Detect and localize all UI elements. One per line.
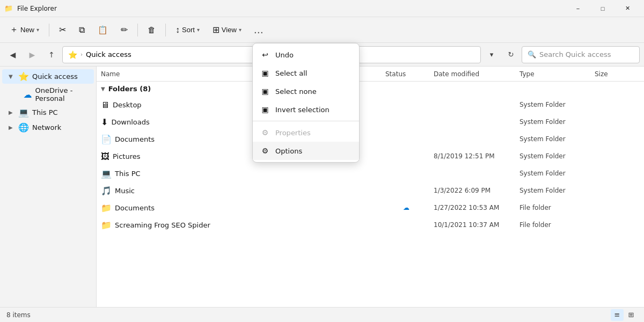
toolbar-separator-1 [49, 24, 49, 36]
menu-item-options[interactable]: ⚙ Options [253, 142, 359, 160]
back-button[interactable]: ◀ [4, 46, 21, 63]
file-name: Music [115, 187, 135, 195]
sidebar-item-quick-access[interactable]: ▼ ⭐ Quick access [2, 69, 94, 84]
folders-section-header[interactable]: ▼ Folders (8) [97, 82, 644, 96]
table-row[interactable]: 🖥 Desktop System Folder [97, 96, 644, 113]
file-type-cell: File folder [515, 216, 590, 233]
sidebar-item-this-pc[interactable]: ▶ 💻 This PC [2, 105, 94, 120]
new-label: New [20, 26, 34, 34]
refresh-button[interactable]: ↻ [502, 46, 519, 63]
table-row[interactable]: 📄 Documents System Folder [97, 130, 644, 148]
file-status-cell [381, 165, 429, 182]
rename-button[interactable]: ✏ [115, 20, 133, 40]
file-name: Downloads [111, 118, 149, 126]
up-button[interactable]: ↑ [43, 46, 60, 63]
cloud-sync-icon: ☁ [403, 204, 409, 211]
cut-button[interactable]: ✂ [54, 20, 71, 40]
menu-item-undo[interactable]: ↩ Undo [253, 46, 359, 64]
sidebar-label-network: Network [32, 123, 61, 131]
menu-label-undo: Undo [275, 51, 294, 59]
quick-access-icon: ⭐ [18, 71, 29, 82]
menu-separator [253, 121, 359, 121]
file-list: 🖥 Desktop System Folder ⬇ Downloads Syst… [97, 96, 644, 233]
menu-label-properties: Properties [275, 129, 311, 137]
copy-button[interactable]: ⧉ [74, 20, 90, 40]
file-status-cell [381, 182, 429, 199]
expand-arrow-this-pc: ▶ [9, 109, 15, 115]
table-row[interactable]: 🖼 Pictures 8/1/2019 12:51 PM System Fold… [97, 148, 644, 165]
file-status-cell [381, 148, 429, 165]
menu-item-invert-selection[interactable]: ▣ Invert selection [253, 100, 359, 119]
path-text: Quick access [86, 50, 131, 58]
address-dropdown-button[interactable]: ▾ [483, 46, 500, 63]
sidebar: ▼ ⭐ Quick access ☁ OneDrive - Personal ▶… [0, 67, 97, 307]
file-date-cell: 1/27/2022 10:53 AM [429, 199, 515, 216]
file-icon: 💻 [101, 169, 112, 179]
path-chevron-icon: › [80, 52, 83, 57]
view-list-button[interactable]: ≡ [611, 309, 624, 321]
menu-item-properties: ⚙ Properties [253, 123, 359, 142]
file-type-cell: System Folder [515, 165, 590, 182]
file-type-cell: System Folder [515, 113, 590, 130]
minimize-button[interactable]: − [566, 0, 590, 17]
file-name: Documents [115, 135, 155, 143]
menu-icon-options: ⚙ [260, 146, 270, 156]
file-date-cell [429, 96, 515, 113]
col-header-date[interactable]: Date modified [429, 67, 515, 81]
search-box[interactable]: 🔍 Search Quick access [522, 46, 640, 63]
status-bar: 8 items ≡ ⊞ [0, 307, 644, 322]
sidebar-item-network[interactable]: ▶ 🌐 Network [2, 120, 94, 135]
view-button[interactable]: ⊞ View ▾ [207, 20, 247, 40]
table-row[interactable]: 🎵 Music 1/3/2022 6:09 PM System Folder [97, 182, 644, 199]
file-type-cell: File folder [515, 199, 590, 216]
menu-item-select-none[interactable]: ▣ Select none [253, 82, 359, 100]
col-header-status[interactable]: Status [381, 67, 429, 81]
toolbar-separator-2 [137, 24, 138, 36]
menu-item-select-all[interactable]: ▣ Select all [253, 64, 359, 82]
new-icon: ＋ [10, 24, 18, 35]
forward-button[interactable]: ▶ [24, 46, 41, 63]
menu-label-select-none: Select none [275, 87, 317, 96]
table-row[interactable]: ⬇ Downloads System Folder [97, 113, 644, 130]
view-icon: ⊞ [213, 25, 219, 35]
col-header-size[interactable]: Size [590, 67, 644, 81]
table-row[interactable]: 💻 This PC System Folder [97, 165, 644, 182]
paste-button[interactable]: 📋 [92, 20, 113, 40]
view-label: View [222, 26, 237, 34]
view-list-icon: ≡ [614, 311, 620, 319]
new-dropdown-icon: ▾ [36, 27, 39, 33]
expand-arrow-quick-access: ▼ [9, 74, 15, 79]
col-header-type[interactable]: Type [515, 67, 590, 81]
file-status-cell [381, 113, 429, 130]
cut-icon: ✂ [59, 25, 66, 35]
file-name-cell: 💻 This PC [97, 165, 381, 182]
toolbar-separator-3 [165, 24, 166, 36]
maximize-button[interactable]: □ [590, 0, 615, 17]
menu-icon-select-none: ▣ [260, 86, 270, 96]
file-type-cell: System Folder [515, 96, 590, 113]
view-grid-icon: ⊞ [628, 311, 634, 319]
file-icon: ⬇ [101, 117, 108, 127]
file-status-cell [381, 216, 429, 233]
close-button[interactable]: ✕ [615, 0, 640, 17]
delete-button[interactable]: 🗑 [142, 20, 161, 40]
file-type-cell: System Folder [515, 182, 590, 199]
sort-icon: ↕ [175, 25, 180, 35]
more-button[interactable]: … [249, 20, 268, 40]
table-row[interactable]: 📁 Screaming Frog SEO Spider 10/1/2021 10… [97, 216, 644, 233]
more-icon: … [254, 24, 264, 35]
table-row[interactable]: 📁 Documents ☁ 1/27/2022 10:53 AM File fo… [97, 199, 644, 216]
file-name: Screaming Frog SEO Spider [115, 221, 210, 229]
view-grid-button[interactable]: ⊞ [625, 309, 638, 321]
sidebar-item-onedrive[interactable]: ☁ OneDrive - Personal [2, 84, 94, 105]
sidebar-label-quick-access: Quick access [32, 72, 78, 80]
sort-button[interactable]: ↕ Sort ▾ [170, 20, 205, 40]
file-date-cell: 10/1/2021 10:37 AM [429, 216, 515, 233]
file-date-cell [429, 130, 515, 148]
path-star-icon: ⭐ [68, 50, 77, 59]
file-size-cell [590, 165, 644, 182]
menu-icon-select-all: ▣ [260, 68, 270, 78]
file-icon: 🎵 [101, 186, 112, 196]
file-status-cell [381, 96, 429, 113]
new-button[interactable]: ＋ New ▾ [4, 20, 45, 40]
